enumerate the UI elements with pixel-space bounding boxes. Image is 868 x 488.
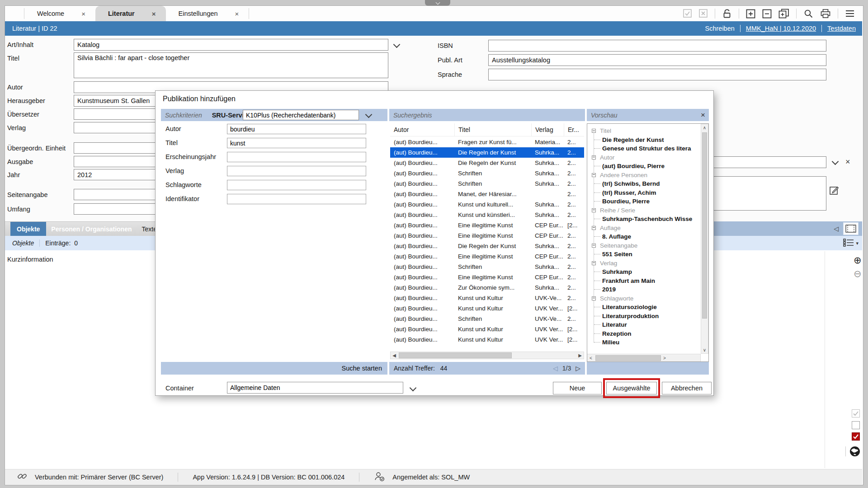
criteria-schlagworte-field[interactable] [227,180,366,190]
tree-item[interactable]: Die Regeln der Kunst [588,136,700,145]
table-row[interactable]: (aut) Bourdieu... Schriften Suhrka... 2.… [390,178,584,189]
selected-button[interactable]: Ausgewählte [606,382,657,394]
tree-item[interactable]: Milieu [588,338,700,347]
clear-icon[interactable]: × [845,157,850,167]
preview-horizontal-scrollbar[interactable]: < > [587,354,701,361]
tab-welcome[interactable]: Welcome × [24,6,95,21]
cancel-button[interactable]: Abbrechen [662,382,712,394]
scroll-down-icon[interactable]: ∨ [701,347,708,352]
tree-item[interactable]: Literaturproduktion [588,312,700,321]
checkbox-checked-disabled[interactable] [852,409,860,418]
scroll-up-icon[interactable]: ∧ [701,125,708,130]
table-row[interactable]: (aut) Bourdieu... Schriften Suhrka... 2.… [390,262,584,272]
tree-item[interactable]: Reihe / Serie [588,206,700,215]
table-row[interactable]: (aut) Bourdieu... Die Regeln der Kunst S… [390,158,584,168]
tab-close-icon[interactable]: × [152,10,156,18]
list-view-icon[interactable] [843,239,854,248]
zoom-out-icon[interactable]: ⊖ [854,269,862,279]
tree-collapse-icon[interactable] [592,129,596,133]
tree-item[interactable]: Literatur [588,320,700,329]
table-row[interactable]: (aut) Bourdieu... Die Regeln der Kunst S… [390,241,584,251]
preview-vertical-scrollbar[interactable]: ∧ ∨ [701,124,708,354]
duplicate-record-icon[interactable] [778,9,789,19]
new-button[interactable]: Neue [553,382,602,394]
table-row[interactable]: (aut) Bourdieu... Kunst und Kultur UVK V… [390,324,584,334]
table-row[interactable]: (aut) Bourdieu... Kunst und künstleri...… [390,210,584,220]
zoom-in-icon[interactable]: ⊕ [854,256,862,265]
checkbox-empty[interactable] [852,421,860,429]
cancel-checkbox-icon[interactable] [699,9,708,18]
table-row[interactable]: (aut) Bourdieu... Eine illegitime Kunst … [390,230,584,241]
tree-item[interactable]: Suhrkamp-Taschenbuch Wisse [588,215,700,224]
criteria-titel-field[interactable] [227,138,366,148]
tree-item[interactable]: Literatursoziologie [588,303,700,312]
collapse-panel-icon[interactable]: ◁ [834,225,839,232]
table-row[interactable]: (aut) Bourdieu... Kunst und kulturell...… [390,199,584,210]
table-row[interactable]: (aut) Bourdieu... Fragen zur Kunst fü...… [390,137,584,147]
table-row[interactable]: (aut) Bourdieu... Schriften UVK-Ve... 2.… [390,314,584,324]
table-row[interactable]: (aut) Bourdieu... Eine illegitime Kunst … [390,272,584,282]
print-icon[interactable] [820,9,831,19]
tree-item[interactable]: Bourdieu, Pierre [588,197,700,206]
scroll-left-icon[interactable]: < [587,355,594,361]
table-row[interactable]: (aut) Bourdieu... Kunst und Kultur UVK V… [390,303,584,314]
table-row[interactable]: (aut) Bourdieu... Schriften Suhrka... 2.… [390,168,584,178]
tree-item[interactable]: Autor [588,153,700,162]
scroll-right-icon[interactable]: > [661,355,668,361]
tab-close-icon[interactable]: × [235,10,239,18]
table-row[interactable]: (aut) Bourdieu... Die Regeln der Kunst S… [390,147,584,158]
tree-item[interactable]: Schlagworte [588,294,700,303]
confirm-checkbox-icon[interactable] [683,9,692,18]
scrollbar-thumb[interactable] [399,352,512,358]
column-header-verlag[interactable]: Verlag [531,123,564,136]
column-header-autor[interactable]: Autor [390,123,454,136]
tree-item[interactable]: (trl) Russer, Achim [588,188,700,197]
tree-item[interactable]: Verlag [588,259,700,268]
page-next-icon[interactable]: ▷ [576,365,580,372]
tree-item[interactable]: (aut) Bourdieu, Pierre [588,162,700,171]
tab-literatur[interactable]: Literatur × [95,6,166,21]
sprache-field[interactable] [488,69,826,80]
tree-item[interactable]: 2019 [588,285,700,294]
chevron-down-icon[interactable] [410,385,417,392]
scroll-left-icon[interactable]: ◀ [391,352,398,359]
ribbon-collapse-handle[interactable] [425,0,450,6]
tree-collapse-icon[interactable] [592,173,596,177]
scrollbar-thumb[interactable] [595,355,661,361]
edit-icon[interactable] [829,185,839,195]
globe-icon[interactable] [849,446,861,457]
tree-item[interactable]: Suhrkamp [588,267,700,277]
criteria-identifikator-field[interactable] [227,194,366,204]
search-icon[interactable] [803,9,813,19]
close-icon[interactable]: × [701,111,709,120]
user-date-link[interactable]: MMK_HaN | 10.12.2020 [746,25,816,32]
tree-item[interactable]: 551 Seiten [588,250,700,259]
sru-service-select[interactable] [243,110,359,120]
unlock-icon[interactable] [722,9,732,19]
remove-record-icon[interactable] [762,9,772,19]
section-tab-personen[interactable]: Personen / Organisationen [46,222,137,236]
tree-item[interactable]: (trl) Schwibs, Bernd [588,179,700,188]
tree-item[interactable]: Rezeption [588,329,700,338]
publ-art-field[interactable] [488,54,826,66]
table-row[interactable]: (aut) Bourdieu... Kunst und Kultur UVK V… [390,334,584,345]
isbn-field[interactable] [488,40,826,52]
caret-down-icon[interactable]: ▾ [856,240,859,246]
tree-item[interactable]: Titel [588,127,700,136]
tree-collapse-icon[interactable] [592,208,596,212]
criteria-erscheinungsjahr-field[interactable] [227,152,366,162]
titel-field[interactable]: Silvia Bächli : far apart - close togeth… [74,52,388,78]
table-row[interactable]: (aut) Bourdieu... Zur Ökonomie sym... Su… [390,282,584,293]
tree-collapse-icon[interactable] [592,226,596,230]
tree-collapse-icon[interactable] [592,296,596,300]
add-record-icon[interactable] [746,9,755,19]
table-row[interactable]: (aut) Bourdieu... Eine illegitime Kunst … [390,220,584,230]
criteria-verlag-field[interactable] [227,166,366,176]
tab-einstellungen[interactable]: Einstellungen × [166,6,249,21]
art-inhalt-field[interactable] [74,39,388,51]
table-row[interactable]: (aut) Bourdieu... Kunst und Kultur UVK-V… [390,293,584,303]
scrollbar-thumb[interactable] [702,132,707,319]
page-prev-icon[interactable]: ◁ [553,365,558,372]
tree-item[interactable]: 8. Auflage [588,232,700,241]
table-row[interactable]: (aut) Bourdieu... Eine illegitime Kunst … [390,251,584,262]
